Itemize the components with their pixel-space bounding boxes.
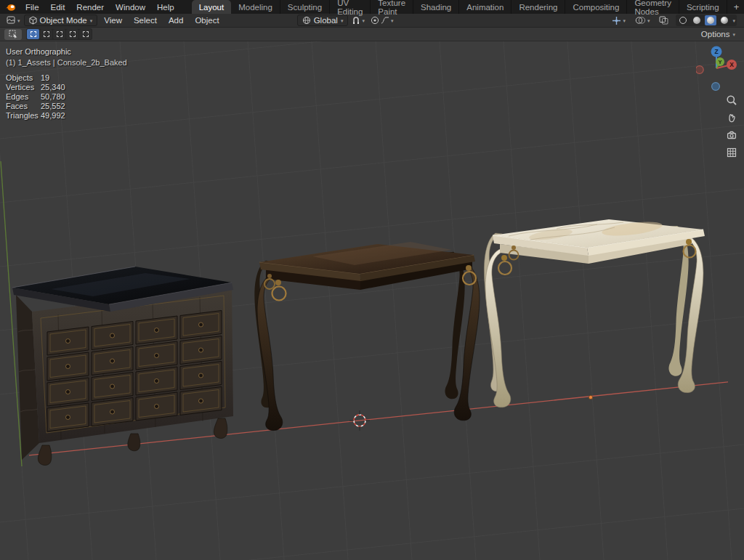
tool-settings-bar: Options ▾ xyxy=(0,28,744,41)
axis-x-label: X xyxy=(729,61,734,68)
editor-type-button[interactable]: ▾ xyxy=(4,15,23,26)
overlays-icon xyxy=(635,16,646,25)
proportional-edit-button[interactable]: ▾ xyxy=(368,15,396,26)
show-gizmo-button[interactable]: ▾ xyxy=(610,15,628,26)
orientation-label: Global xyxy=(314,16,338,25)
show-overlays-button[interactable]: ▾ xyxy=(633,15,652,26)
menu-object[interactable]: Object xyxy=(190,16,224,25)
options-label: Options xyxy=(701,30,730,38)
viewport-side-controls xyxy=(725,94,738,159)
pan-button[interactable] xyxy=(725,111,738,124)
mode-label: Object Mode xyxy=(40,16,87,25)
tab-animation[interactable]: Animation xyxy=(459,0,512,14)
object-mode-cube-icon xyxy=(29,16,37,25)
shading-wireframe-button[interactable] xyxy=(677,15,689,25)
grid-icon xyxy=(726,147,737,158)
tab-rendering[interactable]: Rendering xyxy=(512,0,565,14)
select-mode-invert-button[interactable] xyxy=(66,29,78,39)
select-mode-subtract-button[interactable] xyxy=(53,29,65,39)
globe-icon xyxy=(302,16,311,25)
falloff-curve-icon xyxy=(381,16,389,25)
tab-uv-editing[interactable]: UV Editing xyxy=(330,0,371,14)
rendered-sphere-icon xyxy=(721,17,728,24)
menu-view[interactable]: View xyxy=(99,16,127,25)
select-extend-icon xyxy=(44,31,49,37)
view-label: User Orthographic xyxy=(6,47,127,56)
proportional-edit-icon xyxy=(371,16,379,25)
stats-row: Edges 50,780 xyxy=(6,92,127,102)
select-invert-icon xyxy=(70,31,76,37)
shading-mode-group: ▾ xyxy=(676,15,737,26)
xray-icon xyxy=(659,16,668,25)
axis-y-label: Y xyxy=(718,59,721,65)
tab-modeling[interactable]: Modeling xyxy=(231,0,280,14)
menu-edit[interactable]: Edit xyxy=(45,0,71,14)
axis-neg-z-ball[interactable] xyxy=(712,83,720,91)
shading-rendered-button[interactable] xyxy=(719,15,730,25)
menu-window[interactable]: Window xyxy=(110,0,151,14)
object-console-marble[interactable] xyxy=(484,219,705,407)
stats-row: Faces 25,552 xyxy=(6,102,127,111)
active-tool-button[interactable] xyxy=(4,29,22,40)
select-mode-group xyxy=(26,28,92,40)
topbar: File Edit Render Window Help Layout Mode… xyxy=(0,0,744,14)
select-mode-extend-button[interactable] xyxy=(40,29,52,39)
tab-sculpting[interactable]: Sculpting xyxy=(280,0,330,14)
tab-scripting[interactable]: Scripting xyxy=(679,0,727,14)
zoom-icon xyxy=(726,94,737,106)
editor-type-icon xyxy=(7,16,16,25)
select-mode-intersect-button[interactable] xyxy=(79,29,92,39)
shading-options-chevron[interactable]: ▾ xyxy=(732,18,735,23)
collection-label: (1) 1_Assets | Console_2b_Baked xyxy=(6,58,127,67)
options-dropdown[interactable]: Options ▾ xyxy=(701,30,740,38)
tab-texture-paint[interactable]: Texture Paint xyxy=(371,0,413,14)
shading-solid-button[interactable] xyxy=(691,15,703,25)
menu-render[interactable]: Render xyxy=(70,0,110,14)
toggle-xray-button[interactable] xyxy=(657,15,671,26)
menu-select[interactable]: Select xyxy=(129,16,162,25)
menu-add[interactable]: Add xyxy=(163,16,188,25)
axis-neg-x-ball[interactable] xyxy=(696,66,703,74)
select-subtract-icon xyxy=(57,31,62,37)
stats-row: Vertices 25,340 xyxy=(6,83,127,92)
header-right-group: ▾ ▾ ▾ xyxy=(610,15,740,26)
tab-shading[interactable]: Shading xyxy=(413,0,459,14)
select-box-tool-icon xyxy=(9,30,18,38)
add-workspace-button[interactable]: + xyxy=(727,0,744,14)
select-mode-new-button[interactable] xyxy=(27,29,39,39)
stats-row: Objects 19 xyxy=(6,73,127,83)
scene-statistics: Objects 19 Vertices 25,340 Edges 50,780 … xyxy=(6,73,127,121)
toggle-ortho-button[interactable] xyxy=(725,146,738,159)
navigation-axis-gizmo[interactable]: Y Z X xyxy=(696,43,740,97)
solid-sphere-icon xyxy=(693,17,700,24)
blender-logo-icon[interactable] xyxy=(0,0,20,14)
wireframe-sphere-icon xyxy=(679,17,687,24)
object-origin-point xyxy=(589,395,592,399)
viewport-3d[interactable]: User Orthographic (1) 1_Assets | Console… xyxy=(0,41,744,560)
snap-toggle-button[interactable]: ▾ xyxy=(349,15,367,26)
tab-layout[interactable]: Layout xyxy=(192,0,232,14)
menu-file[interactable]: File xyxy=(20,0,45,14)
material-sphere-icon xyxy=(707,17,714,24)
stats-row: Triangles 49,992 xyxy=(6,111,127,121)
select-new-icon xyxy=(31,31,36,37)
magnet-icon xyxy=(352,16,360,25)
viewport-overlay-text: User Orthographic (1) 1_Assets | Console… xyxy=(6,47,127,121)
blender-window: File Edit Render Window Help Layout Mode… xyxy=(0,0,744,560)
viewport-header: ▾ Object Mode ▾ View Select Add Object G… xyxy=(0,14,744,28)
shading-material-button[interactable] xyxy=(705,15,716,25)
object-console-dark[interactable] xyxy=(254,242,480,431)
object-chest-of-drawers[interactable] xyxy=(12,267,233,466)
gizmo-cross-icon xyxy=(612,16,621,25)
zoom-button[interactable] xyxy=(725,94,738,107)
camera-view-button[interactable] xyxy=(725,129,738,142)
select-intersect-icon xyxy=(83,31,89,37)
tab-compositing[interactable]: Compositing xyxy=(565,0,627,14)
mode-dropdown[interactable]: Object Mode ▾ xyxy=(24,15,98,26)
menu-help[interactable]: Help xyxy=(151,0,180,14)
transform-orientation-dropdown[interactable]: Global ▾ xyxy=(297,15,349,26)
axis-z-label: Z xyxy=(714,48,718,55)
camera-icon xyxy=(726,129,737,141)
hand-icon xyxy=(726,112,737,123)
tab-geometry-nodes[interactable]: Geometry Nodes xyxy=(627,0,679,14)
